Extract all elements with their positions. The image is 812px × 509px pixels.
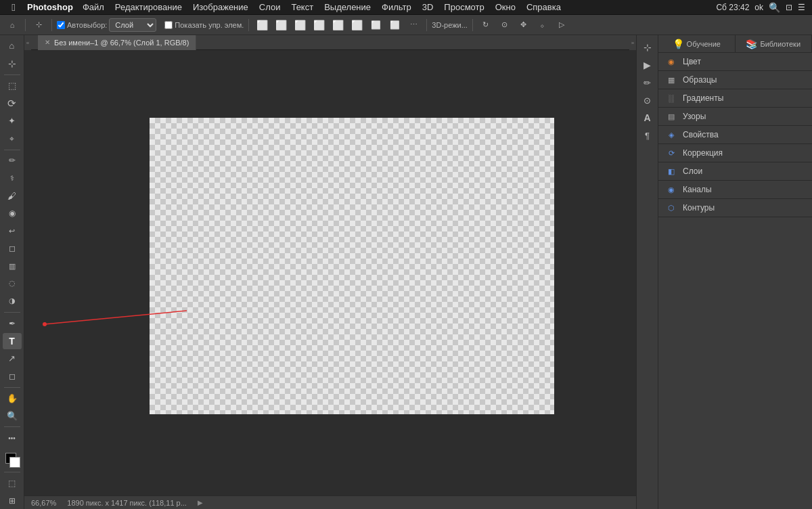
artboard-tool[interactable]: ⊹ bbox=[3, 56, 22, 72]
left-collapse-arrow[interactable]: « bbox=[24, 35, 31, 50]
swatches-panel: ▦ Образцы bbox=[658, 71, 812, 89]
adjustments-panel-header[interactable]: ⟳ Коррекция bbox=[658, 144, 812, 162]
document-dimensions: 1890 пикс. x 1417 пикс. (118,11 р... bbox=[67, 499, 187, 507]
show-transform-checkbox[interactable] bbox=[164, 21, 173, 29]
expand-icon[interactable]: ⊡ bbox=[786, 3, 792, 12]
panel-icon-brush[interactable]: ✏ bbox=[639, 74, 656, 91]
spot-healing-tool[interactable]: ⚕ bbox=[3, 170, 22, 186]
panel-icon-play[interactable]: ▶ bbox=[639, 57, 656, 73]
orbit-3d-btn[interactable]: ⊙ bbox=[497, 18, 513, 32]
rect-select-tool[interactable]: ⬚ bbox=[3, 78, 22, 94]
hand-tool[interactable]: ✋ bbox=[3, 391, 22, 407]
menu-edit[interactable]: Редактирование bbox=[110, 0, 187, 15]
menu-select[interactable]: Выделение bbox=[319, 0, 376, 15]
canvas-document bbox=[150, 118, 554, 414]
move-tool[interactable]: ⌂ bbox=[3, 38, 22, 54]
clock: Сб 23:42 bbox=[716, 3, 749, 12]
distribute-h-btn[interactable]: ⬜ bbox=[367, 18, 384, 32]
3d-mode-label: 3D-режи... bbox=[432, 21, 468, 29]
align-center-h-btn[interactable]: ⬜ bbox=[273, 18, 289, 32]
apple-logo[interactable]:  bbox=[0, 1, 27, 13]
paths-panel-header[interactable]: ⬡ Контуры bbox=[658, 199, 812, 217]
gradient-tool[interactable]: ▥ bbox=[3, 258, 22, 274]
channels-panel-header[interactable]: ◉ Каналы bbox=[658, 181, 812, 198]
canvas-tab-bar: ✕ Без имени–1 @ 66,7% (Слой 1, RGB/8) bbox=[31, 35, 629, 50]
pan-3d-btn[interactable]: ✥ bbox=[516, 18, 532, 32]
menu-filter[interactable]: Фильтр bbox=[376, 0, 417, 15]
tab-learning[interactable]: 💡 Обучение bbox=[658, 35, 736, 52]
menu-text[interactable]: Текст bbox=[286, 0, 319, 15]
color-panel: ◉ Цвет bbox=[658, 53, 812, 71]
layers-panel-header[interactable]: ◧ Слои bbox=[658, 162, 812, 180]
menubar-right: Сб 23:42 ok 🔍 ⊡ ☰ bbox=[716, 2, 812, 13]
patterns-panel-header[interactable]: ▤ Узоры bbox=[658, 108, 812, 125]
panel-icon-adjust[interactable]: ⊙ bbox=[639, 92, 656, 108]
more-tools-btn[interactable]: ••• bbox=[3, 430, 22, 446]
menu-help[interactable]: Справка bbox=[521, 0, 566, 15]
gradients-panel-header[interactable]: ░ Градиенты bbox=[658, 89, 812, 107]
screen-mode-btn[interactable]: ⊞ bbox=[3, 493, 22, 509]
right-collapse-arrow[interactable]: » bbox=[629, 35, 636, 50]
sep5 bbox=[472, 19, 473, 31]
expand-status-btn[interactable]: ▶ bbox=[198, 499, 203, 506]
align-top-btn[interactable]: ⬜ bbox=[311, 18, 327, 32]
status-bar: 66,67% 1890 пикс. x 1417 пикс. (118,11 р… bbox=[24, 495, 636, 509]
crop-tool[interactable]: ⌖ bbox=[3, 131, 22, 147]
tab-libraries[interactable]: 📚 Библиотеки bbox=[736, 35, 813, 52]
menu-window[interactable]: Окно bbox=[490, 0, 521, 15]
swatches-panel-header[interactable]: ▦ Образцы bbox=[658, 71, 812, 89]
menu-image[interactable]: Изображение bbox=[187, 0, 254, 15]
panel-icon-strip: ⊹ ▶ ✏ ⊙ A ¶ bbox=[637, 35, 658, 509]
menu-3d[interactable]: 3D bbox=[417, 0, 439, 15]
path-select-tool[interactable]: ↗ bbox=[3, 351, 22, 367]
show-transform-label: Показать упр. элем. bbox=[175, 21, 244, 29]
object-select-tool[interactable]: ✦ bbox=[3, 113, 22, 129]
align-bottom-btn[interactable]: ⬜ bbox=[348, 18, 365, 32]
slide-3d-btn[interactable]: ⬦ bbox=[535, 18, 551, 32]
canvas-tab-close[interactable]: ✕ bbox=[45, 39, 50, 46]
search-icon[interactable]: 🔍 bbox=[769, 2, 780, 13]
panel-icon-type[interactable]: A bbox=[639, 110, 656, 126]
type-tool[interactable]: T bbox=[3, 333, 22, 349]
auto-select-dropdown[interactable]: Слой bbox=[109, 18, 156, 32]
menu-view[interactable]: Просмотр bbox=[438, 0, 489, 15]
color-panel-header[interactable]: ◉ Цвет bbox=[658, 53, 812, 70]
panel-header-tabs: 💡 Обучение 📚 Библиотеки bbox=[658, 35, 812, 53]
move-tool-options[interactable]: ⊹ bbox=[30, 18, 47, 32]
canvas-tab[interactable]: ✕ Без имени–1 @ 66,7% (Слой 1, RGB/8) bbox=[38, 35, 196, 50]
pen-tool[interactable]: ✒ bbox=[3, 315, 22, 332]
more-options-btn[interactable]: ⋯ bbox=[405, 18, 422, 32]
rotate-3d-btn[interactable]: ↻ bbox=[478, 18, 494, 32]
clone-stamp-tool[interactable]: ◉ bbox=[3, 205, 22, 221]
eyedropper-tool[interactable]: ✏ bbox=[3, 153, 22, 169]
blur-tool[interactable]: ◌ bbox=[3, 275, 22, 292]
list-icon[interactable]: ☰ bbox=[798, 3, 805, 12]
history-brush-tool[interactable]: ↩ bbox=[3, 223, 22, 239]
shape-tool[interactable]: ◻ bbox=[3, 368, 22, 384]
quick-mask-btn[interactable]: ⬚ bbox=[3, 475, 22, 491]
menu-layers[interactable]: Слои bbox=[254, 0, 286, 15]
align-right-btn[interactable]: ⬜ bbox=[292, 18, 308, 32]
paths-panel: ⬡ Контуры bbox=[658, 199, 812, 217]
brush-tool[interactable]: 🖌 bbox=[3, 187, 22, 204]
properties-panel: ◈ Свойства bbox=[658, 126, 812, 144]
properties-panel-header[interactable]: ◈ Свойства bbox=[658, 126, 812, 143]
panel-icon-para[interactable]: ¶ bbox=[639, 127, 656, 143]
color-label: Цвет bbox=[683, 57, 701, 66]
swatches-icon: ▦ bbox=[665, 74, 677, 86]
zoom-tool[interactable]: 🔍 bbox=[3, 407, 22, 424]
eraser-tool[interactable]: ◻ bbox=[3, 240, 22, 257]
scale-3d-btn[interactable]: ▷ bbox=[554, 18, 570, 32]
dodge-tool[interactable]: ◑ bbox=[3, 293, 22, 309]
lasso-tool[interactable]: ⟳ bbox=[3, 95, 22, 112]
align-left-btn[interactable]: ⬜ bbox=[254, 18, 270, 32]
panel-icon-cursor[interactable]: ⊹ bbox=[639, 39, 656, 56]
color-swatches[interactable] bbox=[3, 450, 22, 469]
menu-file[interactable]: Файл bbox=[77, 0, 110, 15]
color-icon: ◉ bbox=[665, 56, 677, 68]
channels-panel: ◉ Каналы bbox=[658, 181, 812, 199]
auto-select-checkbox[interactable] bbox=[57, 21, 65, 29]
distribute-v-btn[interactable]: ⬜ bbox=[386, 18, 403, 32]
align-center-v-btn[interactable]: ⬜ bbox=[330, 18, 346, 32]
home-button[interactable]: ⌂ bbox=[4, 18, 20, 32]
